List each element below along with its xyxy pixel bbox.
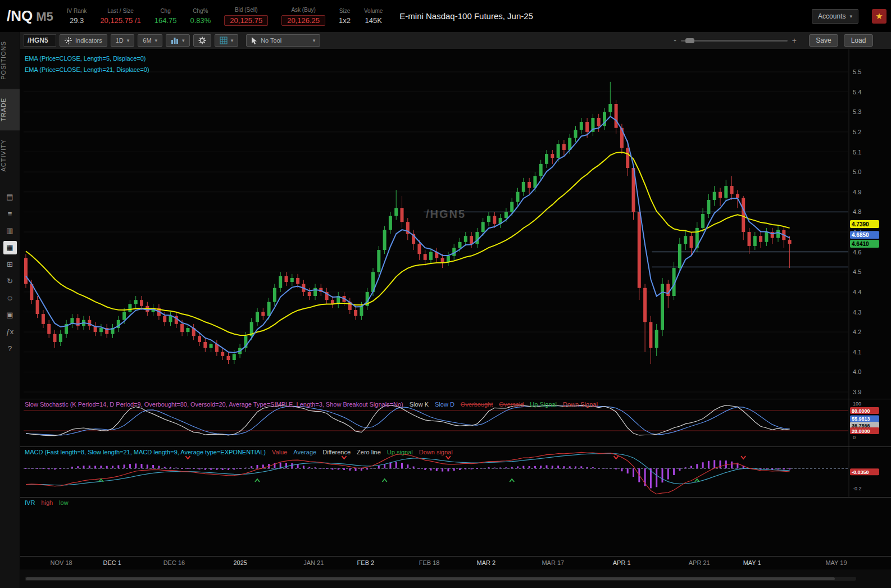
- legend-item: Slow K: [410, 401, 429, 408]
- chart-symbol-input[interactable]: /HGN5: [24, 34, 56, 47]
- sidebar-tab-positions[interactable]: POSITIONS: [0, 32, 20, 89]
- legend-item: low: [59, 499, 69, 506]
- chart-type-dropdown[interactable]: ▾: [166, 34, 190, 47]
- macd-histogram-bar: [453, 468, 455, 471]
- apps-icon[interactable]: ⊞: [3, 258, 17, 271]
- timeframe-badge: M5: [36, 10, 53, 24]
- help-icon[interactable]: ?: [3, 342, 17, 355]
- chart-grid-icon[interactable]: ▦: [3, 241, 17, 254]
- price-pane[interactable]: 3.94.04.14.24.34.44.54.64.74.84.95.05.15…: [20, 49, 891, 399]
- macd-histogram-bar: [442, 468, 443, 472]
- macd-histogram-bar: [494, 468, 495, 468]
- candle: [308, 292, 311, 296]
- macd-histogram-bar: [152, 465, 154, 468]
- legend-item: Down signal: [419, 449, 453, 455]
- ema21-legend[interactable]: EMA (Price=CLOSE, Length=21, Displace=0): [25, 64, 149, 75]
- sidebar-tab-trade[interactable]: TRADE: [0, 89, 20, 130]
- legend-item: Up Signal: [530, 401, 557, 408]
- macd-histogram-bar: [366, 468, 368, 470]
- macd-histogram-bar: [783, 468, 785, 470]
- sidebar-tab-activity[interactable]: ACTIVITY: [0, 130, 20, 181]
- legend-item: Slow D: [435, 401, 454, 408]
- timeframe-dropdown[interactable]: 1D ▾: [111, 34, 135, 47]
- macd-histogram-bar: [534, 466, 536, 468]
- symbol-ticker[interactable]: /NQ: [7, 7, 33, 25]
- snapshot-icon[interactable]: ▣: [3, 308, 17, 322]
- macd-histogram-bar: [257, 465, 258, 468]
- macd-histogram-bar: [251, 466, 252, 468]
- macd-histogram-bar: [187, 468, 189, 469]
- macd-histogram-bar: [563, 466, 565, 468]
- accounts-button[interactable]: Accounts ▾: [812, 9, 858, 24]
- macd-histogram-bar: [592, 467, 594, 468]
- stochastic-pane[interactable]: 100080.000055.981336.786620.0000 Slow St…: [20, 399, 891, 446]
- stat-chg: Chg 164.75: [154, 8, 177, 25]
- drawing-tool-dropdown[interactable]: No Tool ▾: [246, 34, 320, 47]
- macd-histogram-bar: [117, 465, 119, 468]
- candle: [776, 230, 780, 238]
- macd-histogram-bar: [702, 462, 704, 468]
- time-axis-label: MAY 19: [825, 559, 847, 566]
- ledger-icon[interactable]: ▥: [3, 224, 17, 238]
- support-icon[interactable]: ★: [872, 9, 887, 24]
- legend-item: high: [41, 499, 53, 506]
- candle: [128, 304, 131, 312]
- candle: [748, 232, 751, 246]
- candle: [279, 276, 282, 288]
- load-button[interactable]: Load: [844, 34, 873, 47]
- macd-histogram-bar: [343, 468, 345, 470]
- time-axis-label: DEC 16: [163, 559, 185, 566]
- symbol-group: /NQ M5: [7, 7, 53, 25]
- macd-pane[interactable]: -0.2-0.0350 MACD (Fast length=8, Slow le…: [20, 446, 891, 497]
- chart-scroll-area: [20, 569, 891, 588]
- zoom-out-button[interactable]: -: [674, 36, 676, 45]
- zoom-slider[interactable]: [681, 40, 788, 42]
- sunburst-icon: [65, 37, 72, 44]
- monitor-icon[interactable]: ▤: [3, 190, 17, 204]
- compare-grid-dropdown[interactable]: ▾: [215, 34, 239, 47]
- save-button[interactable]: Save: [809, 34, 838, 47]
- candle: [227, 356, 230, 360]
- macd-histogram-bar: [349, 468, 351, 471]
- zoom-slider-handle[interactable]: [685, 38, 694, 43]
- svg-text:80.0000: 80.0000: [852, 408, 870, 414]
- candle: [221, 352, 224, 356]
- candle: [447, 256, 450, 262]
- down-signal-arrow: [446, 456, 451, 459]
- chart-settings-button[interactable]: [193, 34, 211, 47]
- svg-text:5.5: 5.5: [853, 69, 861, 75]
- svg-text:-0.0350: -0.0350: [852, 470, 869, 475]
- watchlist-icon[interactable]: ≡: [3, 207, 17, 221]
- macd-histogram-bar: [100, 466, 102, 468]
- macd-histogram-bar: [372, 468, 374, 468]
- time-scrollbar[interactable]: [25, 577, 856, 581]
- ivr-pane[interactable]: IVRhighlow: [20, 497, 891, 556]
- ask-button[interactable]: 20,126.25: [281, 15, 325, 26]
- bid-button[interactable]: 20,125.75: [224, 15, 268, 26]
- svg-text:4.6: 4.6: [853, 249, 861, 256]
- fx-icon[interactable]: ƒx: [3, 325, 17, 339]
- watermark: /HGN5: [426, 208, 466, 220]
- time-axis: NOV 18DEC 1DEC 162025JAN 21FEB 2FEB 18MA…: [20, 556, 891, 569]
- range-dropdown[interactable]: 6M ▾: [138, 34, 162, 47]
- macd-histogram-bar: [447, 468, 449, 471]
- macd-histogram-bar: [522, 466, 524, 468]
- history-icon[interactable]: ↻: [3, 275, 17, 288]
- macd-histogram-bar: [598, 468, 599, 468]
- candle: [163, 316, 166, 322]
- macd-histogram-bar: [546, 466, 548, 468]
- ema5-legend[interactable]: EMA (Price=CLOSE, Length=5, Displace=0): [25, 53, 149, 64]
- contacts-icon[interactable]: ☺: [3, 291, 17, 305]
- save-load-group: Save Load: [809, 34, 873, 47]
- svg-text:100: 100: [853, 401, 861, 407]
- chevron-down-icon: ▾: [849, 13, 852, 19]
- zoom-in-button[interactable]: +: [792, 36, 797, 45]
- macd-histogram-bar: [303, 466, 304, 468]
- indicators-button[interactable]: Indicators: [60, 34, 107, 47]
- candle: [122, 312, 126, 320]
- time-axis-label: NOV 18: [51, 559, 72, 566]
- time-scrollbar-handle[interactable]: [26, 577, 835, 580]
- time-axis-label: APR 21: [689, 559, 710, 566]
- macd-histogram-bar: [239, 468, 241, 469]
- svg-text:4.0: 4.0: [853, 368, 861, 375]
